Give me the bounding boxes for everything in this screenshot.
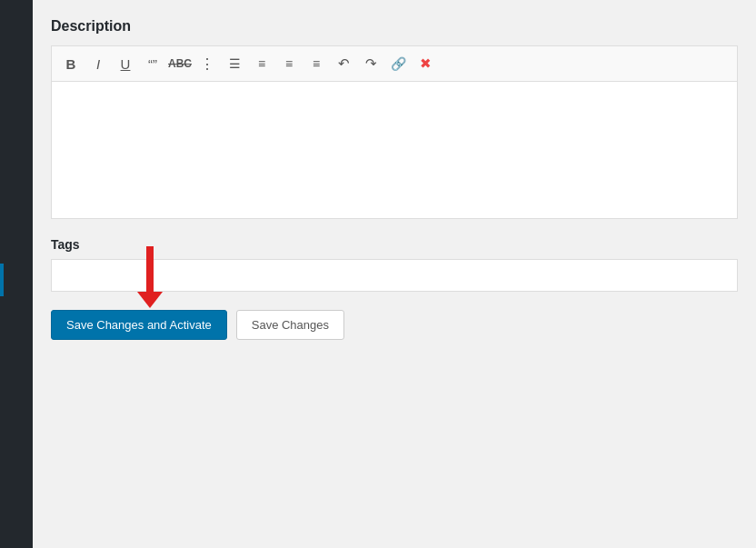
align-center-button[interactable]: ≡ [277, 52, 301, 75]
bold-button[interactable]: B [59, 52, 83, 75]
arrow-indicator [137, 246, 163, 308]
italic-button[interactable]: I [86, 52, 110, 75]
underline-button[interactable]: U [114, 52, 137, 75]
page-wrapper: Description B I U “” ABC ⋮ ☰ ≡ ≡ ≡ ↶ ↷ 🔗… [0, 0, 756, 548]
sidebar-active-indicator [0, 264, 4, 296]
sidebar [0, 0, 33, 548]
ordered-list-button[interactable]: ☰ [223, 52, 246, 75]
unordered-list-button[interactable]: ⋮ [195, 52, 219, 75]
editor-toolbar: B I U “” ABC ⋮ ☰ ≡ ≡ ≡ ↶ ↷ 🔗 ✖ [52, 46, 737, 82]
arrow-shaft [146, 246, 154, 292]
editor-body[interactable] [52, 82, 737, 218]
remove-format-button[interactable]: ✖ [413, 52, 437, 75]
align-left-button[interactable]: ≡ [250, 52, 274, 75]
align-right-button[interactable]: ≡ [304, 52, 328, 75]
buttons-area: Save Changes and Activate Save Changes [51, 310, 738, 340]
save-changes-button[interactable]: Save Changes [236, 310, 344, 340]
main-content: Description B I U “” ABC ⋮ ☰ ≡ ≡ ≡ ↶ ↷ 🔗… [33, 0, 756, 548]
link-button[interactable]: 🔗 [386, 52, 410, 75]
save-changes-and-activate-button[interactable]: Save Changes and Activate [51, 310, 227, 340]
strikethrough-button[interactable]: ABC [168, 52, 192, 75]
arrow-head [137, 292, 163, 308]
quote-button[interactable]: “” [141, 52, 164, 75]
redo-button[interactable]: ↷ [359, 52, 383, 75]
description-title: Description [51, 18, 738, 35]
editor-container: B I U “” ABC ⋮ ☰ ≡ ≡ ≡ ↶ ↷ 🔗 ✖ [51, 45, 738, 219]
undo-button[interactable]: ↶ [332, 52, 355, 75]
